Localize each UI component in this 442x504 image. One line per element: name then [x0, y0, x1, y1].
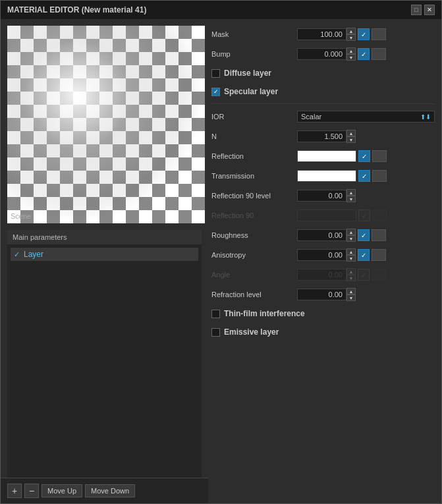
anisotropy-spinner: ▲ ▼: [346, 248, 356, 262]
roughness-input[interactable]: [297, 229, 346, 241]
n-label: N: [211, 132, 297, 140]
angle-up: ▲: [346, 268, 356, 275]
angle-row: Angle ▲ ▼ ✓: [211, 266, 435, 283]
add-layer-button[interactable]: +: [7, 484, 22, 498]
layer-list: ✓ Layer: [7, 244, 202, 264]
ior-arrow: ⬆⬇: [420, 113, 431, 121]
diffuse-layer-checkbox[interactable]: [211, 69, 220, 78]
reflection-input[interactable]: [297, 150, 356, 162]
roughness-up[interactable]: ▲: [346, 229, 356, 235]
specular-layer-checkbox[interactable]: ✓: [211, 88, 220, 96]
thin-film-label: Thin-film interference: [224, 309, 305, 318]
refraction-level-control: ▲ ▼: [297, 288, 435, 301]
refl90-down[interactable]: ▼: [346, 196, 356, 202]
anisotropy-swatch[interactable]: [372, 249, 386, 261]
refl90-spinner: ▲ ▼: [346, 189, 356, 202]
bump-enable[interactable]: ✓: [358, 48, 370, 60]
bottom-toolbar: + − Move Up Move Down: [1, 478, 208, 503]
refl90-up[interactable]: ▲: [346, 189, 356, 196]
reflection-label: Reflection: [211, 152, 297, 160]
reflection-90-control: ✓: [297, 210, 435, 221]
transmission-swatch[interactable]: [372, 170, 387, 182]
mask-spinner: ▲ ▼: [346, 28, 356, 41]
angle-label: Angle: [211, 271, 297, 279]
n-spinner: ▲ ▼: [346, 130, 356, 143]
refraction-up[interactable]: ▲: [346, 288, 356, 294]
reflection-swatch[interactable]: [372, 150, 387, 162]
reflection-enable[interactable]: ✓: [358, 150, 370, 162]
transmission-label: Transmission: [211, 172, 297, 180]
roughness-swatch[interactable]: [372, 229, 386, 241]
remove-layer-button[interactable]: −: [24, 484, 39, 498]
divider-1: [211, 103, 435, 104]
anisotropy-input[interactable]: [297, 249, 346, 261]
transmission-input[interactable]: [297, 170, 356, 182]
material-editor-window: MATERIAL EDITOR (New material 41) □ ✕ Sc…: [0, 0, 442, 504]
reflection-90-level-row: Reflection 90 level ▲ ▼: [211, 187, 435, 204]
mask-input[interactable]: [297, 28, 346, 40]
reflection-90-swatch: [372, 210, 387, 221]
angle-spinner: ▲ ▼: [346, 268, 356, 281]
refraction-spinner: ▲ ▼: [346, 288, 356, 301]
transmission-enable[interactable]: ✓: [358, 170, 370, 182]
refraction-level-label: Refraction level: [211, 291, 297, 298]
angle-control: ▲ ▼ ✓: [297, 268, 435, 281]
anisotropy-row: Anisotropy ▲ ▼ ✓: [211, 246, 435, 264]
layer-item[interactable]: ✓ Layer: [11, 248, 198, 261]
emissive-layer-checkbox[interactable]: [211, 328, 220, 337]
bump-input[interactable]: [297, 48, 346, 60]
reflection-control: ✓: [297, 150, 435, 162]
roughness-spinner: ▲ ▼: [346, 229, 356, 242]
reflection-90-enable: ✓: [358, 210, 370, 221]
window-title: MATERIAL EDITOR (New material 41): [7, 5, 146, 14]
reflection-90-input: [297, 210, 356, 221]
bump-swatch[interactable]: [372, 48, 386, 60]
roughness-row: Roughness ▲ ▼ ✓: [211, 227, 435, 244]
anisotropy-input-group: ▲ ▼: [297, 248, 356, 262]
angle-down: ▼: [346, 275, 356, 281]
right-panel: Mask ▲ ▼ ✓ Bump: [208, 19, 441, 503]
mask-input-group: ▲ ▼: [297, 28, 356, 41]
roughness-label: Roughness: [211, 231, 297, 239]
preview-area: Scene: [7, 26, 205, 223]
mask-down[interactable]: ▼: [346, 34, 356, 41]
move-up-button[interactable]: Move Up: [41, 484, 82, 497]
close-button[interactable]: ✕: [424, 5, 435, 15]
layer-label: Layer: [24, 250, 43, 259]
n-down[interactable]: ▼: [346, 136, 356, 143]
mask-up[interactable]: ▲: [346, 28, 356, 34]
anisotropy-enable[interactable]: ✓: [358, 249, 370, 261]
n-up[interactable]: ▲: [346, 130, 356, 136]
bump-input-group: ▲ ▼: [297, 47, 356, 61]
reflection-90-level-input[interactable]: [297, 190, 346, 202]
reflection-90-row: Reflection 90 ✓: [211, 207, 435, 224]
refraction-level-input[interactable]: [297, 289, 346, 300]
refraction-input-group: ▲ ▼: [297, 288, 356, 301]
bump-control: ▲ ▼ ✓: [297, 47, 435, 61]
anisotropy-up[interactable]: ▲: [346, 248, 356, 255]
ior-select[interactable]: Scalar ⬆⬇: [297, 111, 435, 123]
bump-up[interactable]: ▲: [346, 47, 356, 54]
mask-enable[interactable]: ✓: [358, 28, 370, 40]
anisotropy-down[interactable]: ▼: [346, 255, 356, 262]
scene-label: Scene: [11, 212, 31, 220]
minimize-button[interactable]: □: [411, 5, 422, 15]
reflection-90-level-control: ▲ ▼: [297, 189, 435, 202]
ior-control: Scalar ⬆⬇: [297, 111, 435, 123]
mask-swatch[interactable]: [372, 28, 386, 40]
mask-label: Mask: [211, 30, 297, 38]
n-input[interactable]: [297, 130, 346, 142]
params-header: Main parameters: [7, 230, 202, 244]
roughness-enable[interactable]: ✓: [358, 229, 370, 241]
anisotropy-label: Anisotropy: [211, 251, 297, 259]
reflection-row: Reflection ✓: [211, 148, 435, 165]
thin-film-checkbox[interactable]: [211, 310, 220, 318]
roughness-down[interactable]: ▼: [346, 235, 356, 242]
bump-spinner: ▲ ▼: [346, 47, 356, 61]
move-down-button[interactable]: Move Down: [85, 484, 135, 497]
bump-down[interactable]: ▼: [346, 54, 356, 61]
ior-row: IOR Scalar ⬆⬇: [211, 108, 435, 125]
refraction-down[interactable]: ▼: [346, 294, 356, 301]
main-content: Scene Main parameters ✓ Layer + − Move U…: [1, 19, 441, 503]
emissive-layer-row: Emissive layer: [211, 324, 435, 340]
